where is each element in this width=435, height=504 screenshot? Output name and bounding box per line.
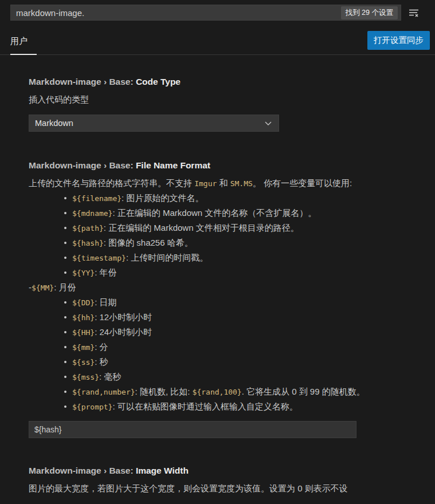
line-text: ${YY}: 年份 (72, 265, 116, 280)
inline-code: ${rand,number} (72, 388, 135, 396)
settings-list: Markdown-image › Base: Code Type 插入代码的类型… (0, 76, 435, 495)
filter-clear-icon (409, 8, 420, 18)
inline-code: ${hash} (72, 239, 104, 247)
file-name-format-description: 上传的文件名与路径的格式字符串。不支持 Imgur 和 SM.MS。 你有一些变… (29, 176, 424, 414)
inline-code: ${timestamp} (72, 254, 126, 262)
line-text: ${HH}: 24小时制小时 (72, 325, 152, 340)
variable-list-item: ${rand,number}: 随机数, 比如: ${rand,100}. 它将… (29, 384, 424, 399)
inline-code: ${HH} (72, 328, 95, 337)
inline-code: ${path} (72, 224, 104, 233)
line-text: ${prompt}: 可以在粘贴图像时通过输入框输入自定义名称。 (72, 399, 298, 414)
variable-list-item: ${mm}: 分 (29, 340, 424, 355)
line-text: ${mdname}: 正在编辑的 Markdown 文件的名称（不含扩展名）。 (72, 206, 316, 220)
chevron-down-icon (264, 119, 273, 128)
setting-label: File Name Format (136, 160, 210, 170)
setting-category: Markdown-image › Base: (29, 160, 136, 170)
setting-category: Markdown-image › Base: (29, 77, 136, 86)
settings-search-bar: markdown-image. 找到 29 个设置 (0, 0, 435, 25)
line-text: ${mm}: 分 (72, 340, 108, 355)
bullet-icon (64, 316, 66, 318)
setting-title: Markdown-image › Base: Code Type (29, 76, 424, 88)
setting-description: 插入代码的类型 (29, 92, 424, 107)
bullet-icon (64, 301, 66, 304)
variable-list-item: ${hash}: 图像的 sha256 哈希。 (29, 235, 424, 250)
line-text: ${hh}: 12小时制小时 (72, 310, 152, 325)
inline-code: ${filename} (72, 194, 122, 203)
line-text: ${path}: 正在编辑的 Markdown 文件相对于根目录的路径。 (72, 220, 299, 235)
line-text: ${filename}: 图片原始的文件名。 (72, 191, 203, 206)
search-query-text: markdown-image. (16, 8, 84, 18)
line-text: -${MM}: 月份 (29, 282, 76, 292)
inline-code: ${prompt} (72, 403, 112, 411)
variable-list-item: ${mdname}: 正在编辑的 Markdown 文件的名称（不含扩展名）。 (29, 206, 424, 220)
line-text: ${timestamp}: 上传时间的时间戳。 (72, 250, 208, 265)
bullet-icon (64, 271, 66, 274)
setting-title: Markdown-image › Base: Image Width (29, 464, 424, 477)
bullet-icon (64, 331, 66, 333)
bullet-icon (64, 361, 66, 363)
code-type-select[interactable]: Markdown (29, 115, 279, 132)
bullet-icon (64, 257, 66, 259)
description-line: -${MM}: 月份 (29, 280, 424, 295)
line-text: ${DD}: 日期 (72, 295, 116, 310)
inline-code: Imgur (194, 179, 217, 188)
variable-list-item: ${filename}: 图片原始的文件名。 (29, 191, 424, 206)
inline-code: ${hh} (72, 313, 95, 322)
variable-list-item: ${HH}: 24小时制小时 (29, 325, 424, 340)
bullet-icon (64, 227, 66, 229)
settings-sync-button[interactable]: 打开设置同步 (367, 31, 430, 50)
inline-code: ${mss} (72, 373, 99, 381)
bullet-icon (64, 346, 66, 348)
setting-description: 图片的最大宽度，若图片大于这个宽度，则会设置宽度为该值。设置为 0 则表示不设 (29, 481, 424, 495)
inline-code: SM.MS (230, 179, 253, 188)
description-line: 上传的文件名与路径的格式字符串。不支持 Imgur 和 SM.MS。 你有一些变… (29, 176, 424, 191)
setting-label: Image Width (136, 466, 189, 475)
variable-list-item: ${prompt}: 可以在粘贴图像时通过输入框输入自定义名称。 (29, 399, 424, 414)
variable-list-item: ${ss}: 秒 (29, 355, 424, 369)
variable-list-item: ${timestamp}: 上传时间的时间戳。 (29, 250, 424, 265)
inline-code: ${mm} (72, 343, 95, 352)
setting-label: Code Type (136, 77, 181, 86)
bullet-icon (64, 405, 66, 408)
setting-file-name-format: Markdown-image › Base: File Name Format … (29, 159, 424, 438)
line-text: ${mss}: 毫秒 (72, 369, 121, 384)
setting-image-width: Markdown-image › Base: Image Width 图片的最大… (29, 464, 424, 495)
settings-tabs-row: 用户 打开设置同步 (0, 30, 435, 55)
select-value: Markdown (35, 119, 73, 128)
variable-list-item: ${path}: 正在编辑的 Markdown 文件相对于根目录的路径。 (29, 220, 424, 235)
settings-count-badge: 找到 29 个设置 (341, 6, 398, 19)
inline-code: ${ss} (72, 358, 95, 367)
bullet-icon (64, 376, 66, 378)
bullet-icon (64, 391, 66, 393)
variable-list-item: ${mss}: 毫秒 (29, 369, 424, 384)
bullet-icon (64, 197, 66, 199)
file-name-format-input[interactable] (29, 421, 356, 438)
inline-code: ${rand,100} (193, 388, 242, 396)
clear-filters-button[interactable] (406, 6, 422, 20)
bullet-icon (64, 212, 66, 214)
settings-search-input[interactable]: markdown-image. 找到 29 个设置 (10, 5, 401, 21)
variable-list-item: ${hh}: 12小时制小时 (29, 310, 424, 325)
inline-code: ${MM} (32, 284, 54, 292)
inline-code: ${mdname} (72, 209, 112, 218)
line-text: ${hash}: 图像的 sha256 哈希。 (72, 235, 193, 250)
inline-code: ${YY} (72, 269, 95, 277)
setting-code-type: Markdown-image › Base: Code Type 插入代码的类型… (29, 76, 424, 132)
setting-category: Markdown-image › Base: (29, 466, 136, 475)
tab-user[interactable]: 用户 (10, 30, 37, 55)
line-text: ${ss}: 秒 (72, 355, 108, 369)
bullet-icon (64, 242, 66, 244)
inline-code: ${DD} (72, 298, 95, 307)
variable-list-item: ${YY}: 年份 (29, 265, 424, 280)
setting-title: Markdown-image › Base: File Name Format (29, 159, 424, 171)
line-text: 上传的文件名与路径的格式字符串。不支持 Imgur 和 SM.MS。 你有一些变… (29, 178, 352, 188)
variable-list-item: ${DD}: 日期 (29, 295, 424, 310)
line-text: ${rand,number}: 随机数, 比如: ${rand,100}. 它将… (72, 384, 365, 399)
